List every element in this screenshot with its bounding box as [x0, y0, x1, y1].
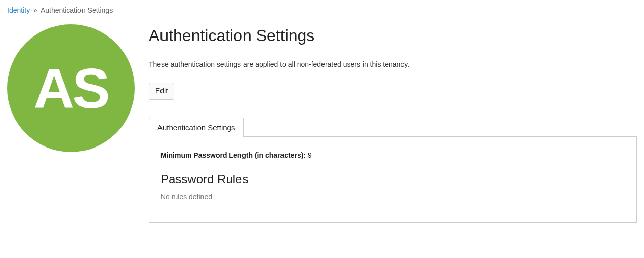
password-rules-heading: Password Rules [160, 172, 625, 187]
breadcrumb-separator: » [33, 6, 37, 14]
edit-button[interactable]: Edit [149, 83, 174, 100]
breadcrumb-link-identity[interactable]: Identity [7, 6, 30, 14]
page-title: Authentication Settings [149, 26, 637, 45]
password-rules-empty: No rules defined [160, 193, 625, 201]
tab-authentication-settings[interactable]: Authentication Settings [149, 118, 244, 137]
avatar-initials: AS [33, 56, 108, 121]
field-value: 9 [308, 151, 312, 159]
field-min-password-length: Minimum Password Length (in characters):… [160, 151, 625, 159]
avatar: AS [7, 24, 135, 152]
breadcrumb: Identity » Authentication Settings [7, 6, 637, 14]
tab-content: Minimum Password Length (in characters):… [149, 136, 637, 223]
field-label: Minimum Password Length (in characters): [160, 151, 306, 159]
breadcrumb-current: Authentication Settings [41, 6, 113, 14]
page-description: These authentication settings are applie… [149, 60, 637, 68]
